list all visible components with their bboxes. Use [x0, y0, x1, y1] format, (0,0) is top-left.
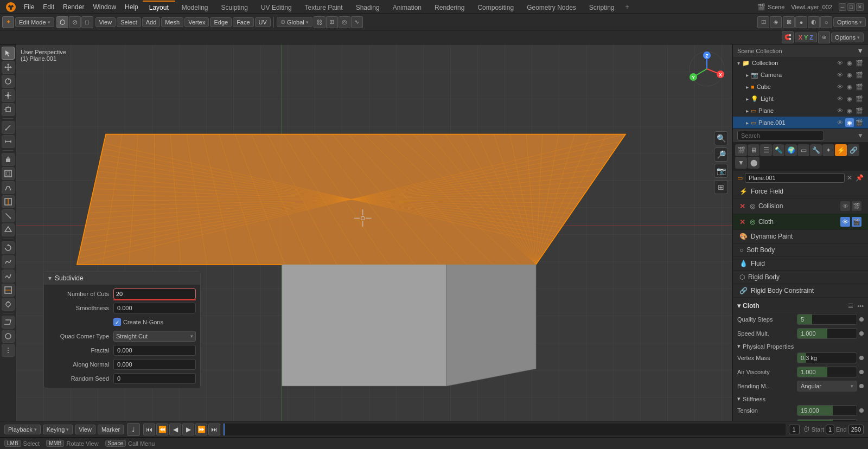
collection-filter-btn[interactable]: ◉: [845, 59, 854, 67]
panel-header[interactable]: ▾ Subdivide: [44, 272, 200, 285]
plane-vis-btn[interactable]: 👁: [835, 106, 844, 115]
smoothness-input[interactable]: 0.000: [113, 303, 196, 313]
tab-texture-paint[interactable]: Texture Paint: [298, 1, 349, 14]
camera-vis-btn[interactable]: 👁: [835, 70, 844, 79]
fractal-input[interactable]: 0.000: [113, 345, 196, 356]
collection-vis-btn[interactable]: 👁: [835, 59, 844, 67]
physics-rigid-body-constraint[interactable]: 🔗 Rigid Body Constraint: [733, 284, 868, 298]
collision-vis-btn[interactable]: 👁: [840, 201, 850, 211]
quad-corner-dropdown[interactable]: Straight Cut ▾: [113, 331, 196, 342]
overlay-btn[interactable]: ⊡: [757, 16, 769, 28]
collision-render-btn[interactable]: 🎬: [852, 201, 861, 211]
props-search-input[interactable]: [737, 131, 824, 140]
modifier-tab[interactable]: 🔧: [810, 144, 822, 156]
add-btn[interactable]: Add: [142, 17, 161, 27]
light-vis-btn[interactable]: 👁: [835, 94, 844, 103]
physics-rigid-body[interactable]: ⬡ Rigid Body: [733, 271, 868, 284]
tab-layout[interactable]: Layout: [143, 1, 175, 14]
render-props-tab[interactable]: 🎬: [735, 144, 747, 156]
grid-nav-btn[interactable]: ⊞: [714, 180, 728, 194]
poly-build-tool[interactable]: [2, 223, 15, 236]
step-back-btn[interactable]: ⏪: [156, 424, 168, 435]
material-tab[interactable]: ⬤: [748, 157, 760, 169]
camera-render-btn[interactable]: 🎬: [855, 70, 864, 79]
object-name-input[interactable]: [745, 173, 845, 183]
spin-tool[interactable]: [2, 241, 15, 254]
annotate-tool[interactable]: [2, 121, 15, 134]
edge-mode-btn[interactable]: ⊘: [69, 16, 81, 28]
loop-cut-tool[interactable]: [2, 195, 15, 208]
transform-btn3[interactable]: ◎: [339, 16, 350, 28]
transform-tool[interactable]: [2, 103, 15, 116]
output-props-tab[interactable]: 🖥: [748, 144, 760, 156]
measure-tool[interactable]: [2, 135, 15, 148]
cube-vis-btn[interactable]: 👁: [835, 82, 844, 91]
shrink-fatten-tool[interactable]: [2, 298, 15, 311]
air-viscosity-input[interactable]: 1.000: [797, 367, 857, 377]
tab-shading[interactable]: Shading: [349, 1, 386, 14]
zoom-in-btn[interactable]: 🔍: [714, 131, 728, 145]
shear-tool[interactable]: [2, 316, 15, 329]
physics-dynamic-paint[interactable]: 🎨 Dynamic Paint: [733, 230, 868, 243]
cube-render-btn[interactable]: 🎬: [855, 82, 864, 91]
maximize-btn[interactable]: □: [847, 3, 855, 11]
mesh-btn[interactable]: Mesh: [161, 17, 183, 27]
mode-select[interactable]: Edit Mode ▾: [15, 17, 54, 27]
tension-input[interactable]: 15.000: [797, 405, 857, 416]
scene-props-tab[interactable]: 🔦: [773, 144, 784, 156]
add-workspace-btn[interactable]: +: [621, 1, 634, 13]
axis-x-btn[interactable]: X Y Z: [795, 33, 817, 42]
current-frame-input[interactable]: 1: [789, 425, 800, 434]
outliner-cube[interactable]: ▸ ■ Cube 👁 ◉ 🎬: [733, 81, 868, 93]
jump-end-btn[interactable]: ⏭: [208, 424, 220, 435]
physics-cloth[interactable]: ✕ ◎ Cloth 👁 🎬: [733, 214, 868, 230]
obj-pin-btn[interactable]: 📌: [856, 174, 864, 182]
tab-geometry-nodes[interactable]: Geometry Nodes: [520, 1, 583, 14]
outliner-light[interactable]: ▸ 💡 Light 👁 ◉ 🎬: [733, 93, 868, 105]
rip-tool[interactable]: [2, 344, 15, 357]
view-btn[interactable]: View: [95, 17, 116, 27]
render-btn[interactable]: ○: [820, 16, 832, 28]
marker-menu[interactable]: Marker: [98, 425, 124, 434]
speed-mult-input[interactable]: 1.000: [797, 328, 857, 339]
magnet-btn[interactable]: 🧲: [782, 31, 794, 43]
vertex-mass-input[interactable]: 0.3 kg: [797, 352, 857, 363]
jump-start-btn[interactable]: ⏮: [143, 424, 155, 435]
play-back-btn[interactable]: ◀: [169, 424, 181, 435]
tab-scripting[interactable]: Scripting: [583, 1, 621, 14]
collection-render-btn[interactable]: 🎬: [855, 59, 864, 67]
tab-modeling[interactable]: Modeling: [175, 1, 215, 14]
camera-filter-btn[interactable]: ◉: [845, 70, 854, 79]
cloth-render-btn[interactable]: 🎬: [852, 217, 861, 227]
plane-filter-btn[interactable]: ◉: [845, 106, 854, 115]
cloth-list-btn[interactable]: ☰: [848, 303, 853, 310]
face-btn[interactable]: Face: [233, 17, 253, 27]
outliner-plane001[interactable]: ▸ ▭ Plane.001 👁 ◉ 🎬: [733, 117, 868, 129]
quality-steps-input[interactable]: 5: [797, 314, 857, 325]
mode-icon[interactable]: ✦: [2, 16, 14, 28]
start-frame-input[interactable]: 1: [826, 425, 834, 434]
outliner-camera[interactable]: ▸ 📷 Camera 👁 ◉ 🎬: [733, 69, 868, 81]
playback-menu[interactable]: Playback ▾: [4, 425, 41, 434]
obj-options-btn[interactable]: ✕: [847, 174, 852, 182]
vertex-btn[interactable]: Vertex: [184, 17, 209, 27]
options-btn[interactable]: Options ▾: [833, 17, 866, 27]
physics-fluid[interactable]: 💧 Fluid: [733, 257, 868, 271]
edge-btn[interactable]: Edge: [210, 17, 232, 27]
outliner-collection[interactable]: ▾ 📁 Collection 👁 ◉ 🎬: [733, 57, 868, 69]
menu-window[interactable]: Window: [88, 2, 120, 12]
ngons-checkbox[interactable]: ✓ Create N-Gons: [113, 318, 163, 326]
light-filter-btn[interactable]: ◉: [845, 94, 854, 103]
orient-btn[interactable]: ⊕: [818, 31, 830, 43]
transform-select[interactable]: ⊕ Global ▾: [277, 17, 312, 27]
transform-btn4[interactable]: ∿: [351, 16, 363, 28]
timeline[interactable]: 1102030405060708090100110120130140150160…: [224, 424, 785, 435]
select-btn[interactable]: Select: [117, 17, 141, 27]
object-props-tab[interactable]: ▭: [797, 144, 809, 156]
uv-btn[interactable]: UV: [255, 17, 271, 27]
view-layer-selector[interactable]: ViewLayer_002: [791, 4, 832, 10]
cloth-vis-btn[interactable]: 👁: [840, 217, 850, 227]
close-btn[interactable]: ✕: [856, 3, 864, 11]
world-props-tab[interactable]: 🌍: [785, 144, 797, 156]
inset-tool[interactable]: [2, 167, 15, 180]
